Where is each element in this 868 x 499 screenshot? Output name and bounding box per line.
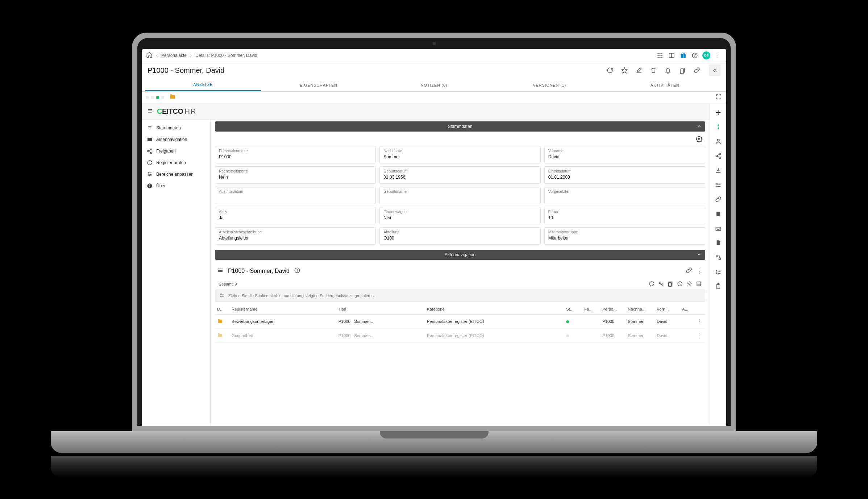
tab-aktivitaeten[interactable]: Aktivitäten	[607, 79, 723, 91]
history-icon[interactable]	[677, 281, 683, 287]
row-more-icon[interactable]: ⋮	[697, 332, 703, 339]
refresh-icon[interactable]	[649, 281, 655, 287]
add-icon[interactable]: +	[714, 108, 722, 116]
svg-point-28	[148, 150, 149, 152]
content-pane: Stammdaten PersonalnummerP1000 Nachna	[211, 120, 710, 426]
col-header[interactable]: Registername	[229, 304, 336, 315]
col-header[interactable]: Perso...	[600, 304, 626, 315]
svg-marker-18	[622, 68, 627, 73]
cell-vorname: David	[655, 329, 680, 343]
main-tabs: Anzeige Eigenschaften Notizen (0) Versio…	[142, 79, 726, 92]
home-icon[interactable]	[146, 51, 153, 59]
apps-grid-icon[interactable]	[656, 51, 664, 59]
info-icon[interactable]	[294, 267, 300, 275]
download-icon[interactable]	[714, 166, 722, 174]
app-icon[interactable]	[714, 123, 722, 131]
nav-stammdaten[interactable]: Stammdaten	[142, 122, 210, 134]
clipboard-icon[interactable]	[668, 281, 673, 287]
checklist-icon[interactable]	[714, 268, 722, 276]
tab-versionen[interactable]: Versionen (1)	[492, 79, 607, 91]
link-icon[interactable]	[692, 66, 702, 75]
nav-freigaben[interactable]: Freigaben	[142, 145, 210, 157]
cell-nachname: Sommer	[626, 315, 655, 329]
hamburger-icon[interactable]	[147, 108, 153, 116]
field-firmenwagen: FirmenwagenNein	[379, 207, 540, 224]
cell-personalnr: P1000	[600, 315, 626, 329]
col-header[interactable]: A...	[680, 304, 694, 315]
svg-point-1	[660, 53, 661, 54]
section-title: Aktennavigation	[445, 252, 475, 257]
gear-icon[interactable]	[686, 281, 692, 287]
help-icon[interactable]	[691, 51, 699, 59]
table-row[interactable]: Gesundheit P1000 - Sommer... Personalakt…	[215, 329, 705, 343]
more-icon[interactable]: ⋮	[697, 267, 703, 275]
section-header-stammdaten[interactable]: Stammdaten	[215, 121, 705, 132]
panel-layout-icon[interactable]	[668, 51, 676, 59]
nav-ueber[interactable]: Über	[142, 180, 210, 192]
breadcrumb-item-2: Details: P1000 - Sommer, David	[195, 53, 257, 58]
col-header[interactable]: Nachna...	[626, 304, 655, 315]
clipboard-icon[interactable]	[678, 66, 687, 75]
svg-point-59	[717, 139, 719, 141]
col-header[interactable]: St...	[564, 304, 582, 315]
table-header-row: D... Registername Titel Kategorie St... …	[215, 304, 705, 315]
status-dot-active	[156, 96, 159, 99]
star-icon[interactable]	[620, 66, 629, 75]
field-vorgesetzter: Vorgesetzter	[544, 187, 705, 204]
group-hint-text: Ziehen Sie die Spalten hierhin, um die a…	[228, 294, 375, 298]
section-header-aktennavigation[interactable]: Aktennavigation	[215, 250, 705, 260]
col-header[interactable]: Titel	[336, 304, 425, 315]
svg-point-69	[716, 184, 717, 185]
aktennav-title: P1000 - Sommer, David	[228, 268, 290, 274]
bell-icon[interactable]	[663, 66, 673, 75]
svg-point-61	[716, 155, 718, 157]
gift-icon[interactable]	[679, 51, 687, 59]
share-icon[interactable]	[714, 152, 722, 160]
svg-point-37	[149, 175, 150, 176]
field-geburtsname: Geburtsname	[379, 187, 540, 204]
link-icon[interactable]	[714, 195, 722, 203]
breadcrumb-item-1[interactable]: Personalakte	[161, 53, 187, 58]
expand-sidebar-button[interactable]	[709, 65, 720, 76]
fullscreen-icon[interactable]	[715, 93, 722, 101]
register-table: D... Registername Titel Kategorie St... …	[215, 304, 705, 343]
columns-icon[interactable]	[696, 281, 702, 287]
svg-rect-73	[719, 258, 720, 260]
nav-bereiche-anpassen[interactable]: Bereiche anpassen	[142, 169, 210, 180]
refresh-icon[interactable]	[605, 66, 615, 75]
delete-icon[interactable]	[649, 66, 658, 75]
table-row[interactable]: Bewerbungsunterlagen P1000 - Sommer... P…	[215, 315, 705, 329]
col-header[interactable]: Kategorie	[425, 304, 564, 315]
nav-register-pruefen[interactable]: Register prüfen	[142, 157, 210, 169]
tab-notizen[interactable]: Notizen (0)	[376, 79, 492, 91]
field-austrittsdatum: Austrittsdatum	[215, 187, 376, 204]
nav-aktennavigation[interactable]: Aktennavigation	[142, 134, 210, 145]
person-icon[interactable]	[714, 137, 722, 145]
svg-point-68	[716, 183, 717, 184]
cell-personalnr: P1000	[600, 329, 626, 343]
col-header[interactable]: Vorn...	[655, 304, 680, 315]
row-more-icon[interactable]: ⋮	[697, 318, 703, 325]
tab-eigenschaften[interactable]: Eigenschaften	[261, 79, 377, 91]
aktennav-subheader: P1000 - Sommer, David ⋮	[215, 263, 705, 279]
svg-point-17	[694, 57, 695, 57]
status-dot	[161, 96, 164, 99]
group-drop-zone[interactable]: Ziehen Sie die Spalten hierhin, um die a…	[215, 290, 705, 302]
col-header[interactable]: Fa...	[582, 304, 600, 315]
document-icon[interactable]	[714, 239, 722, 247]
col-header[interactable]: D...	[215, 304, 229, 315]
unlink-icon[interactable]	[658, 281, 664, 287]
svg-point-62	[719, 157, 721, 159]
edit-icon[interactable]	[634, 66, 644, 75]
more-icon[interactable]: ⋮	[714, 51, 722, 59]
tab-anzeige[interactable]: Anzeige	[145, 79, 261, 91]
inbox-icon[interactable]	[714, 224, 722, 232]
link-icon[interactable]	[686, 267, 692, 275]
clipboard-icon[interactable]	[714, 282, 722, 290]
workflow-icon[interactable]	[714, 253, 722, 261]
list-icon[interactable]	[217, 267, 224, 275]
user-avatar[interactable]: DS	[702, 51, 710, 59]
list-icon[interactable]	[714, 181, 722, 189]
gear-icon[interactable]	[696, 136, 702, 144]
book-icon[interactable]	[714, 210, 722, 218]
